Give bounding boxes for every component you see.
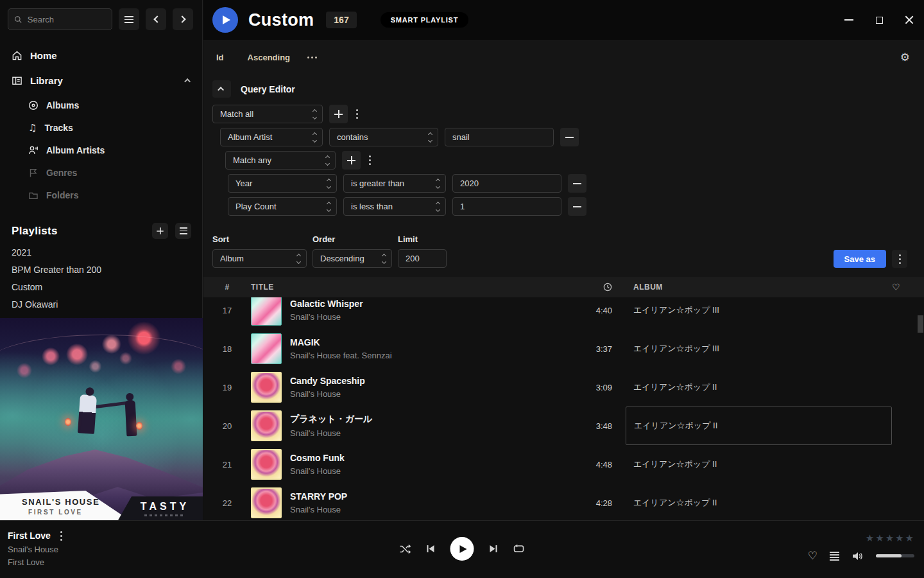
rule-field-select[interactable]: Play Count xyxy=(228,197,337,216)
rule-operator-value: contains xyxy=(337,132,368,142)
queue-button[interactable] xyxy=(830,552,839,561)
minus-icon xyxy=(565,137,574,138)
menu-button[interactable] xyxy=(119,8,139,30)
sidebar-item-genres[interactable]: Genres xyxy=(28,166,202,179)
track-number: 20 xyxy=(203,421,251,431)
sidebar-item-album-artists[interactable]: Album Artists xyxy=(28,143,202,157)
rule-field-value: Year xyxy=(235,179,252,188)
column-title[interactable]: TITLE xyxy=(251,283,574,292)
track-album-selected-cell[interactable]: エイリアン☆ポップ II xyxy=(626,407,892,445)
sidebar-item-label: Home xyxy=(30,50,57,61)
rule-field-select[interactable]: Year xyxy=(228,174,337,193)
playlist-item[interactable]: DJ Okawari xyxy=(12,299,191,310)
track-row[interactable]: 22 STARRY POPSnail's House 4:28 エイリアン☆ポッ… xyxy=(203,484,924,522)
group-menu-button[interactable] xyxy=(356,109,358,119)
rule-operator-select[interactable]: is greater than xyxy=(343,174,446,193)
sidebar-item-home[interactable]: Home xyxy=(0,43,202,68)
column-favorite[interactable]: ♡ xyxy=(892,282,924,292)
track-row[interactable]: 20 プラネット・ガールSnail's House 3:48 エイリアン☆ポップ… xyxy=(203,407,924,445)
sort-field-button[interactable]: Id xyxy=(216,53,224,62)
play-playlist-button[interactable] xyxy=(212,7,238,33)
column-album[interactable]: ALBUM xyxy=(626,283,892,292)
shuffle-button[interactable] xyxy=(400,544,411,554)
match-select[interactable]: Match any xyxy=(225,151,336,170)
remove-rule-button[interactable] xyxy=(568,174,586,193)
play-icon xyxy=(459,545,466,553)
track-row[interactable]: 18 MAGIKSnail's House feat. Sennzai 3:37… xyxy=(203,329,924,368)
sidebar-item-library[interactable]: Library xyxy=(0,68,202,93)
volume-slider[interactable] xyxy=(876,554,914,557)
playlist-item[interactable]: Custom xyxy=(12,282,191,292)
collapse-chevron-icon[interactable] xyxy=(184,78,191,85)
add-playlist-button[interactable] xyxy=(152,223,168,239)
limit-input[interactable] xyxy=(398,249,447,268)
rule-value-input[interactable] xyxy=(452,197,561,216)
group-menu-button[interactable] xyxy=(369,155,371,165)
rule-field-select[interactable]: Album Artist xyxy=(220,128,323,146)
rule-operator-select[interactable]: is less than xyxy=(343,197,446,216)
track-row[interactable]: 19 Candy SpaceshipSnail's House 3:09 エイリ… xyxy=(203,368,924,407)
nav-back-button[interactable] xyxy=(146,8,166,30)
select-caret-icon xyxy=(327,202,330,211)
sidebar-item-folders[interactable]: Folders xyxy=(28,188,202,202)
add-rule-button[interactable] xyxy=(329,105,348,123)
nav-forward-button[interactable] xyxy=(173,8,193,30)
sidebar-item-tracks[interactable]: ♫ Tracks xyxy=(28,121,202,134)
lantern-string xyxy=(0,335,203,392)
order-select[interactable]: Descending xyxy=(312,249,392,268)
track-duration: 4:48 xyxy=(574,460,612,469)
star-icon[interactable]: ★ xyxy=(886,534,894,543)
figure-woman xyxy=(125,400,137,437)
playlist-list-button[interactable] xyxy=(175,223,191,239)
minus-icon xyxy=(573,183,581,184)
playlist-item[interactable]: 2021 xyxy=(12,247,191,258)
now-playing-menu-button[interactable] xyxy=(60,531,62,541)
favorite-button[interactable]: ♡ xyxy=(808,550,817,561)
more-options-button[interactable] xyxy=(307,57,317,58)
match-select-value: Match any xyxy=(233,155,271,165)
maximize-button[interactable] xyxy=(874,15,884,25)
remove-rule-button[interactable] xyxy=(568,197,586,216)
column-duration[interactable] xyxy=(574,283,612,292)
now-playing-album-art[interactable]: SNAIL'S HOUSE FIRST LOVE TASTY xyxy=(0,318,203,520)
repeat-button[interactable] xyxy=(513,544,525,554)
search-box[interactable] xyxy=(8,8,112,30)
sort-label: Sort xyxy=(212,234,307,244)
smart-playlist-badge: SMART PLAYLIST xyxy=(381,12,469,28)
rule-operator-value: is greater than xyxy=(351,179,404,188)
sort-order-button[interactable]: Ascending xyxy=(248,53,290,62)
query-collapse-button[interactable] xyxy=(212,80,231,98)
volume-icon[interactable] xyxy=(851,551,864,561)
track-row[interactable]: 17 Galactic WhisperSnail's House 4:40 エイ… xyxy=(203,297,924,329)
add-rule-button[interactable] xyxy=(342,151,361,170)
playlist-item[interactable]: BPM Greater than 200 xyxy=(12,265,191,275)
rule-operator-select[interactable]: contains xyxy=(329,128,438,146)
match-select-value: Match all xyxy=(220,109,253,119)
rule-value-input[interactable] xyxy=(445,128,554,146)
star-icon[interactable]: ★ xyxy=(875,534,884,543)
previous-button[interactable] xyxy=(426,544,436,554)
star-icon[interactable]: ★ xyxy=(895,534,903,543)
close-button[interactable] xyxy=(904,15,914,25)
track-row[interactable]: 21 Cosmo FunkSnail's House 4:48 エイリアン☆ポッ… xyxy=(203,445,924,484)
rule-value-input[interactable] xyxy=(452,174,561,193)
remove-rule-button[interactable] xyxy=(560,128,579,146)
minimize-button[interactable] xyxy=(844,15,854,25)
play-pause-button[interactable] xyxy=(450,537,474,561)
scrollbar-thumb[interactable] xyxy=(918,315,923,333)
order-select-value: Descending xyxy=(320,254,364,263)
sort-select[interactable]: Album xyxy=(212,249,307,268)
sidebar-item-label: Albums xyxy=(46,100,79,110)
star-icon[interactable]: ★ xyxy=(905,534,914,543)
query-menu-button[interactable] xyxy=(892,250,907,268)
column-index[interactable]: # xyxy=(203,283,251,292)
rule-operator-value: is less than xyxy=(351,202,393,211)
match-select[interactable]: Match all xyxy=(212,105,323,123)
sidebar-item-albums[interactable]: Albums xyxy=(28,98,202,112)
settings-gear-icon[interactable]: ⚙ xyxy=(900,52,910,63)
page-title: Custom xyxy=(248,10,314,30)
search-input[interactable] xyxy=(28,15,106,24)
next-button[interactable] xyxy=(489,544,499,554)
star-icon[interactable]: ★ xyxy=(866,534,874,543)
save-as-button[interactable]: Save as xyxy=(834,250,886,268)
